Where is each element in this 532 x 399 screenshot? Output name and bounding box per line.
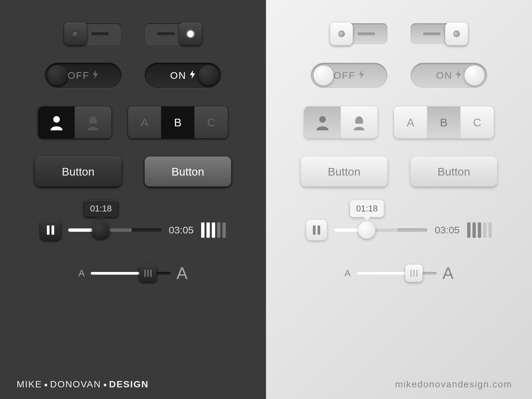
- progress-slider[interactable]: 01:18: [68, 228, 161, 232]
- lightning-icon: [455, 70, 462, 81]
- volume-meter: [467, 222, 492, 238]
- lightning-icon: [189, 70, 196, 81]
- size-big-label: A: [443, 264, 454, 283]
- size-slider-thumb[interactable]: [139, 265, 157, 282]
- size-small-label: A: [344, 268, 351, 279]
- slider-thumb[interactable]: [92, 221, 109, 239]
- svg-point-1: [319, 116, 326, 123]
- gender-segment: [304, 106, 377, 138]
- seg-c[interactable]: C: [461, 106, 494, 138]
- total-time: 03:05: [435, 224, 460, 236]
- pill-off-label: OFF: [67, 70, 89, 81]
- progress-tooltip: 01:18: [350, 200, 384, 217]
- person-female-icon: [85, 114, 101, 130]
- gender-male[interactable]: [38, 106, 75, 138]
- abc-segment: A B C: [128, 106, 228, 138]
- button-secondary[interactable]: Button: [145, 157, 231, 187]
- gender-female[interactable]: [341, 106, 377, 138]
- abc-segment: A B C: [394, 106, 494, 138]
- pause-icon: [47, 225, 50, 235]
- button-primary[interactable]: Button: [301, 157, 387, 187]
- pill-toggle-off[interactable]: OFF: [45, 63, 121, 88]
- pill-off-label: OFF: [333, 70, 355, 81]
- person-male-icon: [49, 114, 65, 130]
- pill-on-label: ON: [170, 70, 187, 81]
- button-primary[interactable]: Button: [35, 157, 121, 187]
- size-slider[interactable]: [357, 272, 437, 275]
- lightning-icon: [92, 70, 99, 81]
- pill-toggle-off[interactable]: OFF: [311, 63, 387, 88]
- seg-a[interactable]: A: [394, 106, 427, 138]
- seg-b[interactable]: B: [161, 106, 195, 138]
- square-toggle-off[interactable]: [65, 23, 121, 45]
- volume-meter: [201, 222, 226, 238]
- lightning-icon: [358, 70, 365, 81]
- person-male-icon: [315, 114, 331, 130]
- pause-icon: [313, 225, 316, 235]
- pause-button[interactable]: [306, 220, 327, 240]
- size-slider[interactable]: [91, 272, 171, 275]
- pill-toggle-on[interactable]: ON: [411, 63, 487, 88]
- seg-a[interactable]: A: [128, 106, 161, 138]
- seg-c[interactable]: C: [195, 106, 228, 138]
- pill-on-label: ON: [436, 70, 453, 81]
- gender-male[interactable]: [304, 106, 341, 138]
- pause-button[interactable]: [40, 220, 61, 240]
- square-toggle-on[interactable]: [411, 23, 467, 45]
- size-small-label: A: [78, 268, 85, 279]
- square-toggle-on[interactable]: [145, 23, 201, 45]
- person-female-icon: [351, 114, 367, 130]
- total-time: 03:05: [169, 224, 194, 236]
- progress-tooltip: 01:18: [84, 200, 118, 217]
- square-toggle-off[interactable]: [331, 23, 387, 45]
- seg-b[interactable]: B: [427, 106, 461, 138]
- pill-toggle-on[interactable]: ON: [145, 63, 221, 88]
- footer-dark: MIKEDONOVANDESIGN: [0, 379, 266, 390]
- slider-thumb[interactable]: [358, 221, 375, 239]
- svg-point-0: [53, 116, 60, 123]
- size-big-label: A: [177, 264, 188, 283]
- footer-light: mikedonovandesign.com: [266, 379, 532, 390]
- progress-slider[interactable]: 01:18: [334, 228, 427, 232]
- size-slider-thumb[interactable]: [405, 265, 423, 282]
- gender-segment: [38, 106, 111, 138]
- gender-female[interactable]: [75, 106, 111, 138]
- button-secondary[interactable]: Button: [411, 157, 497, 187]
